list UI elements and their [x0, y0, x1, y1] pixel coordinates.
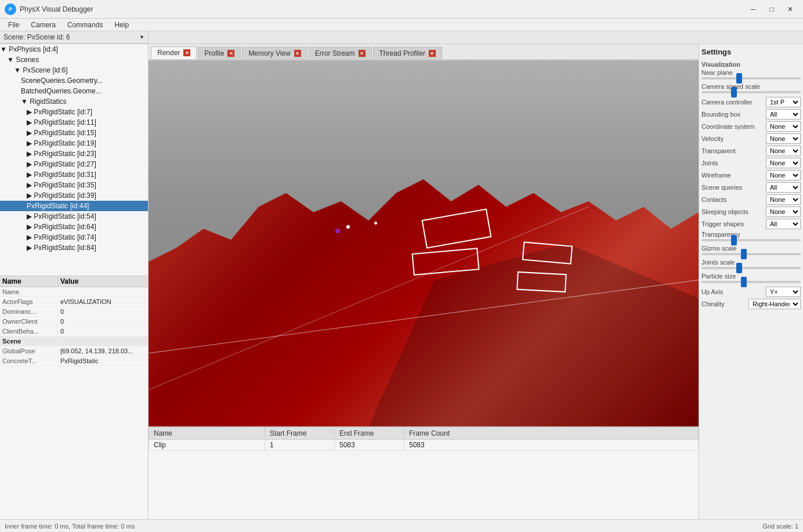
tab-label: Thread Profiler — [379, 49, 425, 57]
near-plane-label: Near plane — [701, 69, 801, 76]
settings-row-select[interactable]: NoneAllSelected — [766, 109, 801, 120]
col-name: Name — [149, 428, 265, 440]
tree-item[interactable]: ▶ PxRigidStatic [id:35] — [0, 180, 148, 190]
table-row: Clip150835083 — [149, 440, 699, 451]
tree-item[interactable]: ▶ PxRigidStatic [id:64] — [0, 222, 148, 232]
tree-item[interactable]: ▶ PxRigidStatic [id:11] — [0, 117, 148, 128]
app-icon: P — [5, 3, 16, 15]
tab-close-button[interactable]: ✕ — [183, 49, 190, 56]
tab-profile[interactable]: Profile✕ — [198, 47, 241, 59]
settings-row-select[interactable]: NoneAllSelected — [766, 207, 801, 217]
tree-item[interactable]: ▶ PxRigidStatic [id:74] — [0, 232, 148, 243]
transparency-label: Transparency — [701, 231, 801, 238]
settings-row-select[interactable]: NoneAllSelected — [766, 146, 801, 156]
settings-row-label: Sleeping objects — [701, 208, 766, 215]
minimize-button[interactable]: ─ — [745, 3, 761, 16]
prop-row: OwnerClient0 — [0, 317, 148, 327]
settings-bottom-rows: Up AxisY+Z+X+ChiralityRight-HandedLeft-H… — [701, 287, 801, 309]
gizmo-scale-label: Gizmo scale — [701, 245, 801, 252]
prop-name: GlobalPose — [0, 346, 58, 356]
tab-render[interactable]: Render✕ — [151, 46, 197, 59]
status-right: Grid scale: 1 — [762, 523, 798, 530]
tree-item[interactable]: BatchedQueries.Geome... — [0, 86, 148, 96]
near-plane-track[interactable] — [701, 77, 801, 79]
settings-bottom-select[interactable]: Y+Z+X+ — [766, 287, 801, 297]
rect-overlay-3 — [522, 241, 573, 264]
tree-item[interactable]: ▶ PxRigidStatic [id:39] — [0, 190, 148, 201]
settings-row-label: Camera controller — [701, 99, 766, 106]
tree-item[interactable]: PxRigidStatic [id:44] — [0, 201, 148, 211]
settings-row: WireframeNoneAllSelected — [701, 170, 801, 180]
transparency-track[interactable] — [701, 239, 801, 241]
gizmo-scale-thumb[interactable] — [741, 249, 747, 259]
settings-row-select[interactable]: NoneAllSelected — [766, 182, 801, 193]
joints-scale-thumb[interactable] — [736, 263, 742, 273]
settings-bottom-label: Chirality — [701, 301, 748, 307]
tree-item[interactable]: ▶ PxRigidStatic [id:15] — [0, 128, 148, 138]
table-cell: 1 — [265, 440, 335, 451]
tree-item[interactable]: ▶ PxRigidStatic [id:54] — [0, 211, 148, 222]
properties-panel: Name Value NameActorFlagseVISUALIZATIOND… — [0, 276, 148, 519]
tree-item[interactable]: SceneQueries.Geometry... — [0, 75, 148, 86]
close-button[interactable]: ✕ — [782, 3, 798, 16]
prop-name: OwnerClient — [0, 317, 58, 326]
camera-speed-label: Camera speed scale — [701, 83, 801, 90]
transparency-row: Transparency — [701, 231, 801, 241]
settings-row-label: Contacts — [701, 196, 766, 203]
settings-row: Sleeping objectsNoneAllSelected — [701, 207, 801, 217]
tab-label: Profile — [204, 49, 224, 57]
tab-close-button[interactable]: ✕ — [359, 50, 366, 57]
tree-item[interactable]: ▼ PxPhysics [id:4] — [0, 44, 148, 55]
tab-thread-profiler[interactable]: Thread Profiler✕ — [373, 47, 442, 59]
tree-item[interactable]: ▼ PxScene [id:6] — [0, 65, 148, 75]
tree-item[interactable]: ▶ PxRigidStatic [id:27] — [0, 159, 148, 169]
joints-scale-track[interactable] — [701, 267, 801, 269]
scene-dropdown-icon[interactable]: ▼ — [139, 34, 144, 40]
settings-row-select[interactable]: NoneAllSelected — [766, 219, 801, 229]
tab-close-button[interactable]: ✕ — [294, 50, 301, 57]
settings-bottom-select[interactable]: Right-HandedLeft-Handed — [748, 299, 801, 309]
maximize-button[interactable]: □ — [764, 3, 780, 16]
tree-item[interactable]: ▶ PxRigidStatic [id:31] — [0, 169, 148, 180]
camera-speed-thumb[interactable] — [731, 87, 737, 97]
tab-label: Render — [157, 49, 180, 57]
settings-row: JointsNoneAllSelected — [701, 158, 801, 168]
settings-row-select[interactable]: NoneAllSelected — [766, 194, 801, 205]
settings-row: Coordinate systemNoneAllSelected — [701, 121, 801, 132]
settings-row-select[interactable]: NoneAllSelected — [766, 158, 801, 168]
prop-row: Name — [0, 287, 148, 297]
viewport[interactable] — [149, 60, 699, 426]
menu-commands[interactable]: Commands — [62, 20, 108, 30]
prop-value — [58, 336, 148, 346]
tree-item[interactable]: ▼ RigidStatics — [0, 96, 148, 107]
settings-row-select[interactable]: 1st P3rd PFly — [766, 97, 801, 107]
tree-item[interactable]: ▶ PxRigidStatic [id:84] — [0, 243, 148, 253]
tab-close-button[interactable]: ✕ — [227, 50, 234, 57]
tab-close-button[interactable]: ✕ — [429, 50, 436, 57]
tab-error-stream[interactable]: Error Stream✕ — [309, 47, 372, 59]
table-cell: 5083 — [404, 440, 699, 451]
tree-item[interactable]: ▼ Scenes — [0, 55, 148, 65]
gizmo-scale-track[interactable] — [701, 253, 801, 255]
transparency-thumb[interactable] — [731, 235, 737, 245]
settings-row-select[interactable]: NoneAllSelected — [766, 121, 801, 132]
table-cell: 5083 — [335, 440, 404, 451]
prop-row: ClientBeha...0 — [0, 327, 148, 336]
near-plane-thumb[interactable] — [736, 73, 742, 84]
tree-item[interactable]: ▶ PxRigidStatic [id:7] — [0, 107, 148, 117]
particle-size-thumb[interactable] — [741, 277, 747, 287]
tree-item[interactable]: ▶ PxRigidStatic [id:19] — [0, 138, 148, 149]
settings-row-select[interactable]: NoneAllSelected — [766, 170, 801, 180]
menu-camera[interactable]: Camera — [25, 20, 62, 30]
rect-overlay-4 — [516, 272, 567, 292]
tree-item[interactable]: ▶ PxRigidStatic [id:23] — [0, 149, 148, 159]
prop-row: ActorFlagseVISUALIZATION — [0, 297, 148, 307]
settings-row-select[interactable]: NoneAllSelected — [766, 133, 801, 144]
tab-memory-view[interactable]: Memory View✕ — [242, 47, 307, 59]
particle-size-track[interactable] — [701, 281, 801, 283]
tree-container[interactable]: ▼ PxPhysics [id:4]▼ Scenes▼ PxScene [id:… — [0, 44, 148, 276]
menu-file[interactable]: File — [2, 20, 25, 30]
menu-help[interactable]: Help — [108, 20, 135, 30]
bottom-table: Name Start Frame End Frame Frame Count C… — [149, 426, 699, 519]
camera-speed-track[interactable] — [701, 91, 801, 93]
